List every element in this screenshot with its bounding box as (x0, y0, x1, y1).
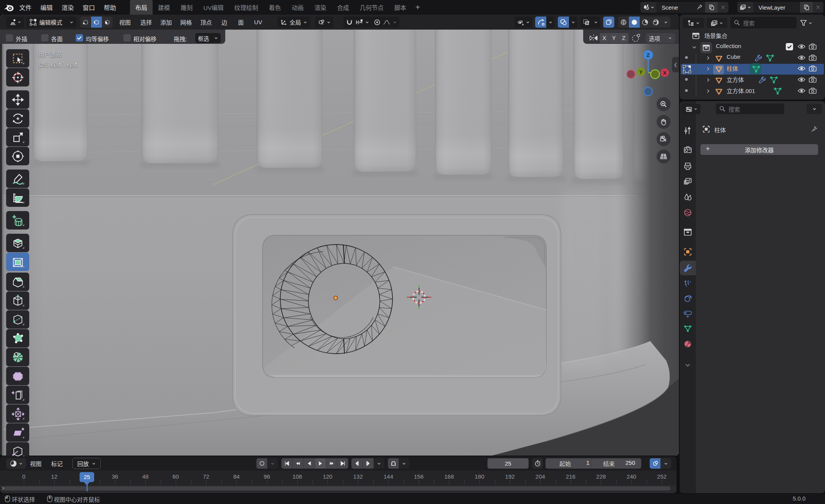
svg-text:Y: Y (639, 69, 643, 75)
svg-text:Z: Z (647, 52, 650, 58)
svg-text:X: X (663, 70, 667, 76)
